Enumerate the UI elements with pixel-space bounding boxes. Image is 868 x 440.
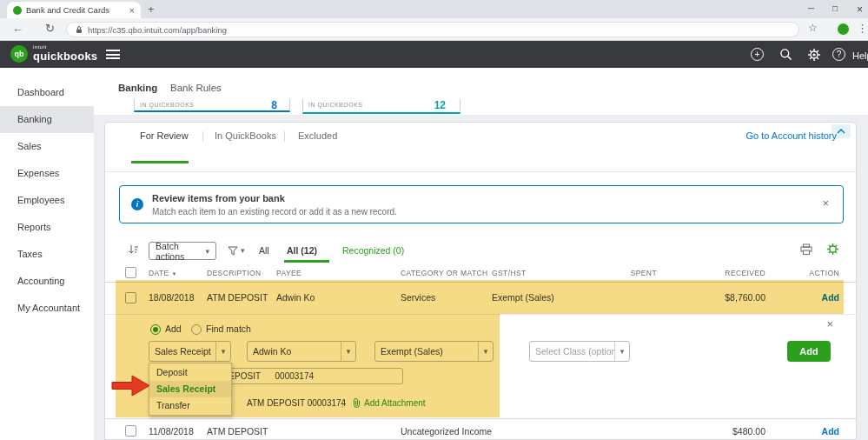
filter-caret-icon[interactable]: ▾ xyxy=(241,246,245,255)
add-attachment-link[interactable]: Add Attachment xyxy=(364,398,426,408)
add-button[interactable]: Add xyxy=(787,341,831,362)
dropdown-option-transfer[interactable]: Transfer xyxy=(149,397,231,414)
bookmark-star-icon[interactable]: ☆ xyxy=(808,22,818,34)
col-spent[interactable]: SPENT xyxy=(613,269,657,277)
window-minimize-icon[interactable]: ─ xyxy=(808,3,814,13)
radio-find-match-label[interactable]: Find match xyxy=(206,323,251,334)
dropdown-option-sales-receipt[interactable]: Sales Receipt xyxy=(149,381,231,397)
class-placeholder: Select Class (optional) xyxy=(530,346,614,357)
address-bar[interactable]: https://c35.qbo.intuit.com/app/banking xyxy=(66,22,799,37)
filter-value-label[interactable]: All xyxy=(259,245,269,256)
row-checkbox[interactable] xyxy=(125,425,136,437)
print-icon[interactable] xyxy=(800,243,812,256)
tab-in-quickbooks[interactable]: In QuickBooks xyxy=(215,130,276,141)
favicon xyxy=(13,6,22,15)
account-history-link[interactable]: Go to Account history xyxy=(745,130,837,141)
sidebar-item-expenses[interactable]: Expenses xyxy=(0,160,94,187)
browser-menu-icon[interactable]: ⋮ xyxy=(857,22,868,35)
view-tab-recognized[interactable]: Recognized (0) xyxy=(342,245,404,256)
cell-description: ATM DEPOSIT xyxy=(207,426,268,437)
table-gear-icon[interactable] xyxy=(826,243,839,256)
table-row[interactable]: 18/08/2018 ATM DEPOSIT Adwin Ko Services… xyxy=(105,282,856,315)
select-all-checkbox[interactable] xyxy=(125,267,136,278)
account-card-1-label: IN QUICKBOOKS xyxy=(140,102,195,108)
window-maximize-icon[interactable]: □ xyxy=(832,3,838,13)
browser-tab[interactable]: Bank and Credit Cards × xyxy=(7,2,141,18)
tab-close-icon[interactable]: × xyxy=(129,5,135,16)
quickbooks-appbar: qb intuit quickbooks + ? Help xyxy=(0,41,868,68)
memo-divider: | xyxy=(341,398,344,408)
create-plus-icon[interactable]: + xyxy=(750,47,765,62)
sidebar-item-my-accountant[interactable]: My Accountant xyxy=(0,295,94,322)
banner-close-icon[interactable]: × xyxy=(822,197,829,209)
col-action[interactable]: ACTION xyxy=(797,269,839,277)
dropdown-option-deposit[interactable]: Deposit xyxy=(149,364,231,381)
sidebar-item-reports[interactable]: Reports xyxy=(0,214,94,241)
editor-close-icon[interactable]: × xyxy=(826,318,833,330)
col-gst[interactable]: GST/HST xyxy=(492,269,527,277)
chevron-down-icon[interactable]: ▾ xyxy=(215,342,230,361)
search-icon[interactable] xyxy=(779,47,793,62)
chevron-down-icon[interactable]: ▾ xyxy=(478,342,493,361)
col-description[interactable]: DESCRIPTION xyxy=(207,269,262,277)
account-card-2[interactable]: IN QUICKBOOKS 12 xyxy=(302,99,461,114)
sidebar-item-employees[interactable]: Employees xyxy=(0,187,94,214)
cell-received: $480.00 xyxy=(705,426,765,437)
sidebar-item-taxes[interactable]: Taxes xyxy=(0,241,94,268)
sidebar-item-accounting[interactable]: Accounting xyxy=(0,268,94,295)
sidebar: Dashboard Banking Sales Expenses Employe… xyxy=(0,68,94,440)
chevron-down-icon[interactable]: ▾ xyxy=(614,342,629,361)
tab-for-review[interactable]: For Review xyxy=(140,130,189,141)
transaction-type-value: Sales Receipt xyxy=(149,346,215,357)
account-card-1-count: 8 xyxy=(271,99,277,111)
new-tab-button[interactable]: + xyxy=(148,3,155,16)
row-add-link[interactable]: Add xyxy=(797,426,839,437)
banner-title: Review items from your bank xyxy=(152,193,285,203)
tab-excluded[interactable]: Excluded xyxy=(298,130,337,141)
bank-memo-text: ATM DEPOSIT 00003174 xyxy=(247,398,346,408)
payee-select[interactable]: Adwin Ko ▾ xyxy=(247,341,356,362)
refresh-icon[interactable]: ↻ xyxy=(45,22,55,35)
tax-select[interactable]: Exempt (Sales) ▾ xyxy=(374,341,494,362)
radio-find-match[interactable] xyxy=(191,324,202,335)
col-date[interactable]: DATE ▼ xyxy=(149,269,177,277)
cell-received: $8,760.00 xyxy=(705,292,765,303)
col-category[interactable]: CATEGORY OR MATCH xyxy=(401,269,488,277)
col-payee[interactable]: PAYEE xyxy=(276,269,301,277)
quickbooks-logo[interactable]: qb xyxy=(10,45,28,63)
tab-banking[interactable]: Banking xyxy=(118,83,157,93)
attachment-paperclip-icon xyxy=(352,397,361,409)
account-card-1[interactable]: IN QUICKBOOKS 8 xyxy=(134,99,290,112)
hamburger-menu-icon[interactable] xyxy=(106,50,120,59)
help-label[interactable]: Help xyxy=(852,50,868,61)
radio-add[interactable] xyxy=(150,324,161,335)
batch-actions-label: Batch actions xyxy=(156,241,205,262)
cell-date: 11/08/2018 xyxy=(149,426,194,437)
view-tab-all[interactable]: All (12) xyxy=(287,245,317,256)
back-icon[interactable]: ← xyxy=(12,22,23,35)
chevron-up-icon xyxy=(837,129,845,134)
browser-avatar[interactable] xyxy=(836,22,851,37)
row-add-link[interactable]: Add xyxy=(797,292,839,303)
gear-icon[interactable] xyxy=(806,47,821,62)
window-close-icon[interactable]: × xyxy=(857,3,863,16)
view-tab-underline xyxy=(284,260,329,263)
class-select[interactable]: Select Class (optional) ▾ xyxy=(529,341,630,362)
chevron-down-icon[interactable]: ▾ xyxy=(341,342,355,361)
sidebar-item-dashboard[interactable]: Dashboard xyxy=(0,79,94,106)
tax-value: Exempt (Sales) xyxy=(375,346,478,357)
filter-funnel-icon[interactable] xyxy=(228,246,238,256)
row-checkbox[interactable] xyxy=(125,292,136,303)
tab-bank-rules[interactable]: Bank Rules xyxy=(170,83,222,93)
help-icon[interactable]: ? xyxy=(832,47,846,62)
col-received[interactable]: RECEIVED xyxy=(705,269,765,277)
sidebar-item-banking[interactable]: Banking xyxy=(0,106,94,133)
chevron-down-icon: ▾ xyxy=(205,247,209,256)
sidebar-item-sales[interactable]: Sales xyxy=(0,133,94,160)
radio-add-label[interactable]: Add xyxy=(165,323,182,334)
transaction-type-select[interactable]: Sales Receipt ▾ xyxy=(149,341,231,362)
sort-icon[interactable] xyxy=(128,244,139,256)
batch-actions-button[interactable]: Batch actions ▾ xyxy=(149,242,216,260)
active-tab-underline xyxy=(131,161,189,163)
table-row[interactable]: 11/08/2018 ATM DEPOSIT Uncategorized Inc… xyxy=(105,419,856,440)
